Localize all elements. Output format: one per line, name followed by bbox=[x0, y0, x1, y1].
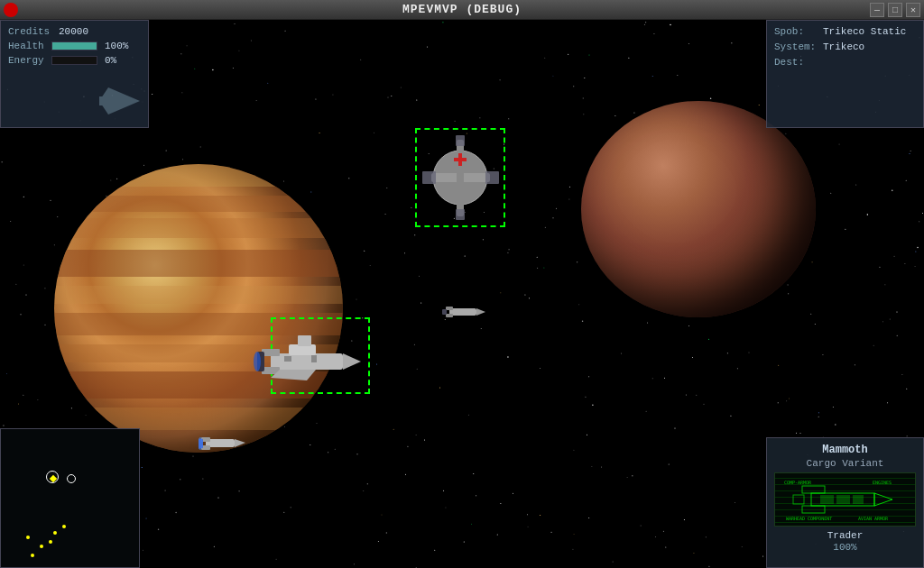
system-value: Trikeco bbox=[823, 41, 864, 52]
minimap-circle-1 bbox=[46, 471, 59, 483]
ship-diagram: COMP-ARMOR ENGINES WARHEAD COMPONENT AVI… bbox=[774, 472, 916, 527]
dest-label: Dest: bbox=[774, 57, 819, 68]
dest-row: Dest: bbox=[774, 57, 916, 68]
svg-marker-10 bbox=[343, 353, 361, 370]
ship-diagram-svg: COMP-ARMOR ENGINES WARHEAD COMPONENT AVI… bbox=[784, 477, 910, 524]
svg-marker-21 bbox=[476, 308, 485, 316]
svg-rect-2 bbox=[457, 140, 464, 216]
svg-rect-22 bbox=[446, 307, 453, 310]
spob-label: Spob: bbox=[774, 26, 819, 37]
minimap-dot-5 bbox=[53, 531, 57, 535]
health-label: Health bbox=[8, 41, 48, 51]
credits-label: Credits bbox=[8, 26, 55, 37]
minimap-panel bbox=[0, 428, 140, 568]
credits-value: 20000 bbox=[59, 26, 95, 37]
distant-ship bbox=[442, 299, 487, 325]
svg-rect-18 bbox=[284, 356, 291, 362]
game-viewport[interactable]: Credits 20000 Health 100% Energy 0% Spob… bbox=[0, 20, 924, 568]
svg-rect-19 bbox=[311, 355, 317, 362]
svg-rect-7 bbox=[456, 135, 465, 146]
energy-row: Energy 0% bbox=[8, 55, 141, 66]
energy-bar-container bbox=[51, 56, 97, 65]
small-ship bbox=[199, 430, 248, 457]
minimap-dot-3 bbox=[49, 540, 52, 544]
minimap-dot-4 bbox=[31, 554, 34, 557]
info-panel: Spob: Trikeco Static System: Trikeco Des… bbox=[766, 20, 924, 128]
svg-text:WARHEAD COMPONENT: WARHEAD COMPONENT bbox=[786, 516, 832, 521]
ship-silhouette bbox=[95, 78, 144, 124]
svg-rect-32 bbox=[99, 96, 113, 105]
health-bar-container bbox=[51, 41, 97, 50]
svg-marker-34 bbox=[874, 493, 892, 506]
svg-rect-37 bbox=[793, 495, 804, 504]
health-row: Health 100% bbox=[8, 41, 141, 51]
svg-point-14 bbox=[254, 352, 261, 371]
close-button[interactable]: ✕ bbox=[906, 3, 920, 17]
window-title: MPEVMVP (DEBUG) bbox=[402, 3, 522, 16]
svg-rect-24 bbox=[442, 309, 447, 315]
large-ship bbox=[244, 322, 379, 403]
minimap-dot-2 bbox=[40, 545, 43, 548]
svg-rect-4 bbox=[458, 153, 462, 166]
planet-jupiter bbox=[54, 164, 343, 453]
svg-text:ENGINES: ENGINES bbox=[873, 480, 892, 485]
svg-text:COMP-ARMOR: COMP-ARMOR bbox=[784, 480, 812, 485]
svg-rect-23 bbox=[446, 314, 453, 317]
minimap-circle-2 bbox=[67, 474, 76, 483]
energy-value: 0% bbox=[105, 55, 141, 66]
minimap-dot-6 bbox=[62, 525, 66, 528]
minimize-button[interactable]: — bbox=[870, 3, 884, 17]
ship-variant: Cargo Variant bbox=[774, 458, 916, 469]
planet-red bbox=[581, 101, 816, 317]
svg-rect-9 bbox=[271, 353, 343, 370]
svg-rect-36 bbox=[802, 506, 825, 513]
svg-rect-38 bbox=[820, 495, 834, 504]
spob-row: Spob: Trikeco Static bbox=[774, 26, 916, 37]
svg-rect-8 bbox=[456, 209, 465, 220]
titlebar: MPEVMVP (DEBUG) — □ ✕ bbox=[0, 0, 924, 20]
svg-rect-16 bbox=[298, 335, 311, 346]
health-value: 100% bbox=[105, 41, 141, 51]
system-label: System: bbox=[774, 41, 819, 52]
ship-health: 100% bbox=[774, 542, 916, 553]
svg-text:AVIAN ARMOR: AVIAN ARMOR bbox=[858, 516, 889, 521]
energy-label: Energy bbox=[8, 55, 48, 66]
window-controls[interactable]: — □ ✕ bbox=[870, 3, 920, 17]
app-icon bbox=[4, 3, 18, 17]
svg-rect-6 bbox=[485, 171, 499, 184]
maximize-button[interactable]: □ bbox=[888, 3, 902, 17]
svg-rect-39 bbox=[836, 495, 850, 504]
ship-name: Mammoth bbox=[774, 444, 916, 456]
ship-info-panel: Mammoth Cargo Variant bbox=[766, 437, 924, 568]
ship-type: Trader bbox=[774, 530, 916, 541]
minimap-display bbox=[1, 429, 139, 567]
spob-value: Trikeco Static bbox=[823, 26, 906, 37]
svg-rect-35 bbox=[802, 486, 825, 493]
svg-marker-26 bbox=[235, 439, 245, 447]
svg-rect-20 bbox=[449, 308, 476, 316]
system-row: System: Trikeco bbox=[774, 41, 916, 52]
health-bar-fill bbox=[52, 42, 97, 50]
minimap-dot-1 bbox=[26, 536, 30, 539]
credits-row: Credits 20000 bbox=[8, 26, 141, 37]
svg-rect-40 bbox=[853, 495, 864, 504]
stats-panel: Credits 20000 Health 100% Energy 0% bbox=[0, 20, 149, 128]
space-station bbox=[422, 135, 499, 221]
svg-rect-5 bbox=[422, 171, 436, 184]
